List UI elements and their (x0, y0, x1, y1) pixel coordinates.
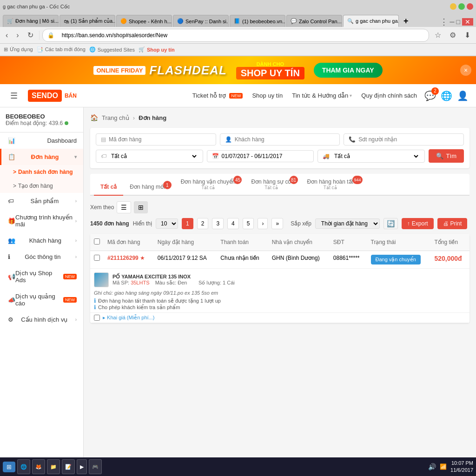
restore-window-button[interactable]: □ (456, 18, 460, 26)
tab-incident-orders[interactable]: Đơn hàng sự cố 81 Tất cả (245, 174, 300, 196)
search-icon: 🔍 (436, 152, 443, 159)
sidebar-item-shop-ads[interactable]: 📢 Dịch vụ Shop Ads NEW (0, 265, 83, 288)
sort-select[interactable]: Thời gian đặt hàng (315, 218, 380, 229)
suggested-bookmark[interactable]: 🌐 Suggested Sites (89, 46, 135, 53)
close-button[interactable] (467, 3, 473, 10)
row-checkbox[interactable] (94, 255, 100, 261)
address-input[interactable] (57, 31, 424, 40)
order-id-input[interactable] (109, 136, 211, 143)
refresh-button[interactable]: 🔄 (383, 218, 398, 229)
sendo-icon: SENDO (28, 90, 62, 102)
maximize-button[interactable] (458, 3, 465, 10)
sidebar-item-order-list[interactable]: Danh sách đơn hàng (0, 165, 83, 179)
shipping-select[interactable]: Tất cả (332, 152, 420, 160)
sidebar-item-advertising[interactable]: 📣 Dịch vụ quảng cáo NEW (0, 288, 83, 311)
forward-button[interactable]: › (13, 30, 21, 40)
minimize-button[interactable] (450, 3, 456, 10)
reload-button[interactable]: ↻ (25, 30, 36, 40)
join-now-button[interactable]: THAM GIA NGAY (314, 63, 383, 78)
apps-icon: ⊞ (4, 46, 8, 53)
sidebar-item-create-order[interactable]: Tạo đơn hàng (0, 179, 83, 193)
tab-san-pham[interactable]: 🛍 (1) Sản phẩm của... × (60, 15, 115, 27)
shipping-cell: GHN (Bình Dương) (268, 251, 330, 269)
search-button[interactable]: 🔍 Tìm (429, 149, 464, 163)
hamburger-menu-button[interactable]: ☰ (7, 90, 20, 102)
list-view-button[interactable]: ☰ (117, 201, 131, 213)
tab-menu-button[interactable]: ⋮ (440, 17, 448, 27)
tab-all[interactable]: Tất cả (94, 179, 123, 196)
page-4-button[interactable]: 4 (227, 218, 239, 229)
apps-bookmark[interactable]: ⊞ Ứng dụng (4, 46, 33, 53)
print-button[interactable]: 🖨 Print (437, 218, 468, 229)
page-last-button[interactable]: » (271, 218, 283, 229)
sidebar-item-orders[interactable]: 📋 Đơn hàng ▾ (0, 149, 83, 165)
recent-tabs-bookmark[interactable]: 📑 Các tab mới đóng (37, 46, 86, 53)
shop-uy-tin-nav-item[interactable]: Shop uy tín (252, 92, 283, 99)
download-button[interactable]: ⬇ (462, 30, 473, 40)
globe-button[interactable]: 🌐 (441, 90, 452, 101)
taskbar-browser[interactable]: 🌐 (17, 459, 30, 474)
taskbar-firefox[interactable]: 🦊 (32, 459, 45, 474)
row-checkbox-2[interactable] (94, 315, 100, 321)
start-button[interactable]: ⊞ (3, 462, 15, 472)
taskbar-clock: 10:07 PM 11/6/2017 (450, 460, 473, 474)
display-count-select[interactable]: 10 20 50 (156, 218, 178, 229)
tab-shopee[interactable]: 🟠 Shopee - Kênh h... × (116, 15, 172, 27)
phone-input[interactable] (358, 136, 459, 143)
order-id-link[interactable]: #211126299 (107, 255, 139, 261)
order-star-icon[interactable]: ★ (140, 255, 145, 261)
total-header: Tổng tiền (430, 234, 469, 251)
shop-uy-tin-bookmark[interactable]: 🛒 Shop uy tín (139, 46, 175, 53)
notepad-icon: 📝 (65, 464, 72, 470)
new-tab-button[interactable]: + (400, 15, 412, 27)
breadcrumb-home[interactable]: Trang chủ (102, 114, 129, 121)
news-nav-item[interactable]: Tin tức & Hướng dẫn ▾ (292, 92, 352, 99)
page-5-button[interactable]: 5 (243, 218, 254, 229)
tab-don-hang[interactable]: 🛒 Đơn hàng | Mô si... × (3, 15, 59, 27)
close-window-button[interactable]: ✕ (462, 18, 473, 26)
sidebar-item-customers[interactable]: 👥 Khách hàng › (0, 232, 83, 249)
taskbar-media[interactable]: ▶ (77, 459, 87, 474)
taskbar-explorer[interactable]: 📁 (47, 459, 60, 474)
tag-select[interactable]: Tất cả (109, 152, 198, 160)
tab-shipping-orders[interactable]: Đơn hàng vận chuyển 45 Tất cả (174, 174, 245, 196)
tab-facebook[interactable]: 📘 (1) beobeobeo.vn... × (230, 15, 285, 27)
taskbar-app[interactable]: 🎮 (89, 459, 102, 474)
policy-nav-item[interactable]: Quy định chính sách (361, 92, 417, 99)
page-3-button[interactable]: 3 (212, 218, 224, 229)
tab-zalo[interactable]: 💬 Zalo Control Pan... × (286, 15, 342, 27)
page-2-button[interactable]: 2 (197, 218, 209, 229)
product-code[interactable]: 35LHTS (131, 280, 149, 285)
sidebar-item-config[interactable]: ⚙ Cấu hình dịch vụ › (0, 311, 83, 328)
page-next-button[interactable]: › (258, 218, 268, 229)
message-button[interactable]: 💬 2 (424, 90, 436, 101)
minimize-window-button[interactable]: ─ (450, 18, 455, 26)
sidebar-item-dashboard[interactable]: 📊 Dashboard (0, 132, 83, 149)
product-details-cell: PỐ YAMAHA EXCITER 135 INOX Mã SP: 35LHTS… (90, 269, 469, 313)
sidebar-item-products[interactable]: 🏷 Sản phẩm › (0, 193, 83, 209)
orders-chevron: ▾ (74, 154, 77, 159)
settings-button[interactable]: ⚙ (447, 30, 459, 40)
taskbar-notepad[interactable]: 📝 (62, 459, 75, 474)
select-all-checkbox[interactable] (94, 238, 100, 245)
bookmark-button[interactable]: ☆ (432, 30, 444, 40)
tab-google[interactable]: 🔍 g gac chan phu ga... × (343, 15, 399, 27)
user-icon: 👤 (457, 91, 469, 101)
tab-completed-orders[interactable]: Đơn hàng hoàn tất 944 Tất cả (301, 174, 365, 196)
back-button[interactable]: ‹ (3, 30, 11, 40)
grid-view-button[interactable]: ⊞ (134, 201, 148, 213)
user-button[interactable]: 👤 (457, 90, 469, 101)
date-range-input[interactable] (222, 153, 309, 159)
shipping-badge: 45 (233, 176, 242, 184)
sidebar-item-promotions[interactable]: 🎁 Chương trình khuyến mãi › (0, 209, 83, 232)
sidebar-item-info[interactable]: ℹ Góc thông tin › (0, 249, 83, 265)
banner-close-button[interactable]: × (460, 65, 471, 76)
ticket-nav-item[interactable]: Ticket hỗ trợ NEW (192, 92, 243, 99)
tab-senpay[interactable]: 🔵 SenPay :: Danh si... × (173, 15, 229, 27)
online-friday-badge: ONLINE FRIDAY (93, 66, 145, 75)
export-button[interactable]: ↑ Export (402, 218, 434, 229)
tab-new-orders[interactable]: Đơn hàng mới 1 (123, 179, 174, 196)
person-icon: 👤 (225, 136, 232, 143)
customer-input[interactable] (235, 136, 335, 143)
page-1-button[interactable]: 1 (182, 218, 193, 229)
